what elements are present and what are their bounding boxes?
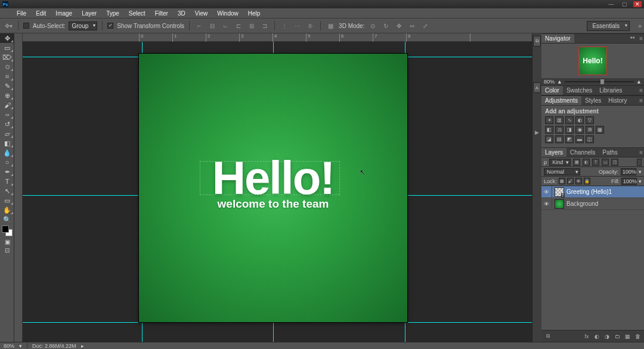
menu-3d[interactable]: 3D <box>173 10 190 17</box>
filter-type-icon[interactable]: T <box>592 159 599 166</box>
align-left-icon[interactable]: ⊏ <box>234 21 243 30</box>
styles-tab[interactable]: Styles <box>581 96 605 105</box>
menu-layer[interactable]: Layer <box>77 10 101 17</box>
path-select-tool[interactable]: ↖ <box>0 186 14 196</box>
history-brush-tool[interactable]: ↺ <box>0 119 14 129</box>
trash-icon[interactable]: 🗑 <box>633 332 642 341</box>
layers-tab[interactable]: Layers <box>541 148 566 157</box>
filter-pixel-icon[interactable]: ▦ <box>573 159 580 166</box>
mask-icon[interactable]: ◐ <box>593 332 601 341</box>
eyedropper-tool[interactable]: ✎ <box>0 81 14 91</box>
distribute-v-icon[interactable]: ⋯ <box>293 21 302 30</box>
show-transform-checkbox[interactable] <box>107 23 113 29</box>
auto-select-checkbox[interactable] <box>23 23 29 29</box>
3d-pan-icon[interactable]: ✥ <box>394 21 404 30</box>
dodge-tool[interactable]: ○ <box>0 157 14 167</box>
photo-filter-icon[interactable]: ◉ <box>575 126 584 134</box>
filter-adjust-icon[interactable]: ◐ <box>583 159 590 166</box>
status-doc-size[interactable]: Doc: 2.86M/4.22M <box>32 343 76 349</box>
align-right-icon[interactable]: ⊐ <box>260 21 270 30</box>
zoom-tool[interactable]: 🔍 <box>0 215 14 224</box>
move-tool-icon[interactable]: ✥▾ <box>4 21 13 30</box>
collapse-panel-icon[interactable]: ◂◂ <box>630 35 634 40</box>
hue-icon[interactable]: ◧ <box>545 126 553 134</box>
status-arrow-icon[interactable]: ▸ <box>81 343 84 349</box>
3d-scale-icon[interactable]: ⤢ <box>420 21 430 30</box>
adjustments-tab[interactable]: Adjustments <box>541 96 581 105</box>
move-tool[interactable]: ✥ <box>0 33 14 43</box>
blur-tool[interactable]: 💧 <box>0 148 14 157</box>
paths-tab[interactable]: Paths <box>599 148 621 157</box>
auto-select-dropdown[interactable]: Group <box>69 21 97 30</box>
align-bottom-icon[interactable]: ⌙ <box>221 21 230 30</box>
fill-dropdown-icon[interactable]: ▾ <box>639 178 642 184</box>
horizontal-ruler[interactable]: 0 1 2 3 4 5 6 7 8 <box>23 33 532 42</box>
menu-window[interactable]: Window <box>212 10 243 17</box>
zoom-slider[interactable] <box>565 81 634 82</box>
menu-select[interactable]: Select <box>124 10 150 17</box>
gradient-map-icon[interactable]: ▬ <box>575 135 584 143</box>
type-tool[interactable]: T <box>0 177 14 186</box>
navigator-tab[interactable]: Navigator <box>541 34 574 43</box>
levels-icon[interactable]: ▥ <box>555 116 564 124</box>
vertical-ruler[interactable] <box>14 33 23 342</box>
lock-position-icon[interactable]: ✥ <box>575 178 582 184</box>
lock-pixels-icon[interactable]: 🖌 <box>567 178 574 184</box>
healing-tool[interactable]: ⊕ <box>0 91 14 100</box>
character-panel-icon[interactable]: A <box>533 82 541 93</box>
status-zoom-icon[interactable]: ▾ <box>19 343 22 349</box>
align-vcenter-icon[interactable]: ⊟ <box>208 21 217 30</box>
lock-transparency-icon[interactable]: ▦ <box>559 178 565 184</box>
align-hcenter-icon[interactable]: ⊞ <box>247 21 256 30</box>
3d-orbit-icon[interactable]: ⊙ <box>368 21 377 30</box>
distribute-h-icon[interactable]: ⋮ <box>280 21 289 30</box>
quick-mask-button[interactable]: ▣ <box>0 237 14 246</box>
filter-toggle[interactable] <box>637 159 642 166</box>
menu-file[interactable]: File <box>12 10 31 17</box>
brush-tool[interactable]: 🖌 <box>0 100 14 110</box>
fx-icon[interactable]: fx <box>583 332 591 341</box>
lock-all-icon[interactable]: 🔒 <box>584 178 590 184</box>
visibility-toggle[interactable]: 👁 <box>541 198 552 209</box>
wand-tool[interactable]: ✩ <box>0 62 14 72</box>
zoom-slider-thumb[interactable] <box>600 79 604 84</box>
close-button[interactable]: ✕ <box>633 1 642 7</box>
gradient-tool[interactable]: ◧ <box>0 138 14 148</box>
menu-edit[interactable]: Edit <box>31 10 51 17</box>
fill-field[interactable]: 100% <box>621 178 637 185</box>
canvas-viewport[interactable]: Hello! welcome to the team ↖ <box>23 42 532 342</box>
new-layer-icon[interactable]: ▦ <box>623 332 631 341</box>
status-zoom[interactable]: 80% <box>4 343 14 349</box>
visibility-toggle[interactable]: 👁 <box>541 186 552 197</box>
more-workspaces-icon[interactable]: » <box>638 22 642 29</box>
hand-tool[interactable]: ✋ <box>0 205 14 215</box>
color-lookup-icon[interactable]: ▦ <box>596 126 604 134</box>
brightness-icon[interactable]: ☀ <box>545 116 553 124</box>
crop-tool[interactable]: ⌗ <box>0 72 14 81</box>
panel-menu-icon[interactable]: ≡ <box>639 35 643 42</box>
menu-filter[interactable]: Filter <box>150 10 173 17</box>
screen-mode-button[interactable]: ⊡ <box>0 246 14 254</box>
posterize-icon[interactable]: ▤ <box>555 135 564 143</box>
link-icon[interactable]: ⧉ <box>544 332 552 341</box>
layer-thumbnail[interactable] <box>555 199 564 209</box>
navigator-thumbnail[interactable]: Hello! <box>578 47 607 75</box>
group-icon[interactable]: 🗀 <box>613 332 621 341</box>
zoom-out-icon[interactable]: ▲ <box>557 79 562 85</box>
stamp-tool[interactable]: ⎃ <box>0 110 14 119</box>
opacity-dropdown-icon[interactable]: ▾ <box>639 169 642 175</box>
panel-menu-icon[interactable]: ≡ <box>639 87 643 94</box>
bw-icon[interactable]: ◨ <box>565 126 574 134</box>
shape-tool[interactable]: ▭ <box>0 196 14 205</box>
layer-row[interactable]: 👁 Background <box>541 198 644 210</box>
color-swatch[interactable] <box>2 226 13 236</box>
layer-name[interactable]: Background <box>566 200 598 207</box>
color-balance-icon[interactable]: ⚖ <box>555 126 564 134</box>
channels-tab[interactable]: Channels <box>566 148 599 157</box>
lasso-tool[interactable]: ⌦ <box>0 52 14 62</box>
marquee-tool[interactable]: ▭ <box>0 43 14 52</box>
guide[interactable] <box>23 322 532 323</box>
maximize-button[interactable]: ▢ <box>620 1 628 7</box>
fill-adj-icon[interactable]: ◑ <box>603 332 611 341</box>
history-tab[interactable]: History <box>605 96 630 105</box>
